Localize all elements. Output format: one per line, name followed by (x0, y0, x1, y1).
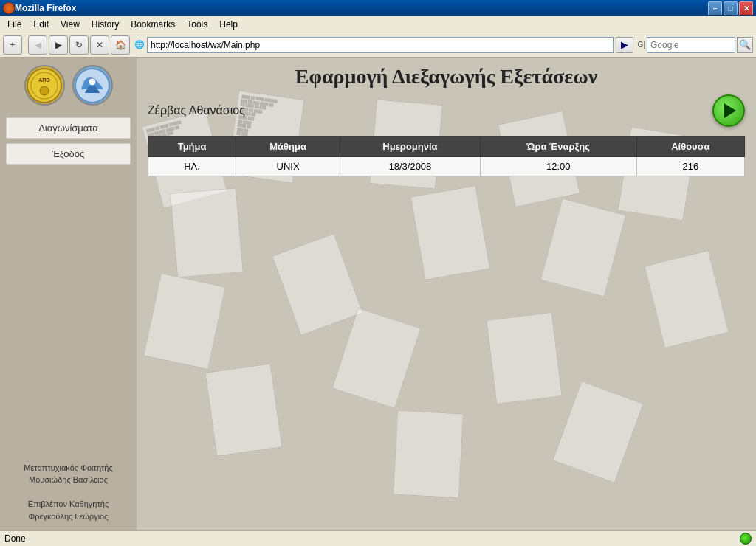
svg-point-3 (40, 86, 49, 95)
main-container: ΑΠΘ Διαγωνίσματα Έξοδος Μεταπτυχιακός Φο… (0, 58, 756, 530)
window-title: Mozilla Firefox (15, 3, 708, 13)
nav-bar: ＋ ◀ ▶ ↻ ✕ 🏠 🌐 ▶ G| 🔍 (0, 32, 756, 58)
watermark-doc-8 (331, 308, 421, 409)
watermark-doc-7 (410, 185, 491, 280)
search-input[interactable] (647, 37, 735, 53)
sidebar-item-diagwnismata[interactable]: Διαγωνίσματα (6, 117, 131, 139)
user-name: Ζέρβας Αθανάσιος (148, 104, 245, 117)
svg-point-5 (89, 78, 96, 86)
address-icon: 🌐 (134, 40, 145, 49)
search-area: G| 🔍 (638, 37, 753, 53)
sidebar-footer: Μεταπτυχιακός Φοιτητής Μουσιώδης Βασίλει… (0, 462, 137, 523)
app-title-container: Εφαρμογή Διεξαγωγής Εξετάσεων (148, 65, 745, 89)
col-wra: Ώρα Έναρξης (480, 136, 636, 157)
firefox-icon (3, 2, 15, 14)
menu-view[interactable]: View (55, 18, 86, 31)
table-cell: 216 (636, 157, 744, 176)
watermark-doc-9 (205, 363, 282, 456)
watermark-doc-14 (552, 381, 644, 483)
menu-file[interactable]: File (1, 18, 27, 31)
play-triangle-icon (724, 103, 736, 118)
footer-line3: Επιβλέπον Καθηγητής (7, 498, 129, 511)
svg-point-0 (27, 69, 61, 103)
col-mathima: Μάθημα (236, 136, 340, 157)
watermark-doc-10 (393, 410, 464, 499)
menu-help[interactable]: Help (213, 18, 244, 31)
menu-edit[interactable]: Edit (27, 18, 55, 31)
google-label: G| (638, 41, 645, 49)
status-icon (740, 533, 752, 545)
page-content: Εφαρμογή Διεξαγωγής Εξετάσεων Ζέρβας Αθα… (137, 58, 756, 184)
menu-tools[interactable]: Tools (181, 18, 213, 31)
title-bar: Mozilla Firefox – □ ✕ (0, 0, 756, 16)
user-bar: Ζέρβας Αθανάσιος (148, 94, 745, 127)
col-tmima: Τμήμα (148, 136, 236, 157)
home-button[interactable]: 🏠 (111, 35, 130, 55)
watermark-doc-3 (170, 187, 244, 277)
stop-button[interactable]: ✕ (90, 35, 109, 55)
address-bar: 🌐 ▶ (134, 37, 633, 53)
table-cell: ΗΛ. (148, 157, 236, 176)
col-aithousa: Αίθουσα (636, 136, 744, 157)
footer-line4: Φρεγκούλης Γεώργιος (7, 511, 129, 523)
footer-line2: Μουσιώδης Βασίλειος (7, 474, 129, 486)
table-cell: UNIX (236, 157, 340, 176)
exams-table: Τμήμα Μάθημα Ημερομηνία Ώρα Έναρξης Αίθο… (148, 136, 745, 176)
logo-1: ΑΠΘ (24, 65, 65, 106)
sidebar: ΑΠΘ Διαγωνίσματα Έξοδος Μεταπτυχιακός Φο… (0, 58, 137, 530)
address-input[interactable] (147, 37, 614, 53)
table-cell: 12:00 (480, 157, 636, 176)
col-hmerominia: Ημερομηνία (340, 136, 481, 157)
menu-bookmarks[interactable]: Bookmarks (125, 18, 181, 31)
watermark-doc-13 (486, 312, 562, 404)
footer-line1: Μεταπτυχιακός Φοιτητής (7, 462, 129, 474)
go-button[interactable]: ▶ (616, 37, 633, 53)
svg-text:ΑΠΘ: ΑΠΘ (38, 77, 50, 83)
search-button[interactable]: 🔍 (737, 37, 753, 53)
maximize-button[interactable]: □ (724, 1, 738, 15)
status-bar: Done (0, 530, 756, 546)
reload-button[interactable]: ↻ (69, 35, 89, 55)
new-tab-button[interactable]: ＋ (3, 35, 22, 55)
close-button[interactable]: ✕ (739, 1, 753, 15)
forward-button[interactable]: ▶ (49, 35, 68, 55)
status-text: Done (4, 533, 26, 544)
back-button[interactable]: ◀ (28, 35, 47, 55)
table-cell: 18/3/2008 (340, 157, 481, 176)
watermark-doc-12 (540, 198, 627, 297)
logo-2 (72, 65, 113, 106)
sidebar-item-exodos[interactable]: Έξοδος (6, 143, 131, 165)
table-row: ΗΛ.UNIX18/3/200812:00216 (148, 157, 745, 176)
watermark-doc-16 (644, 250, 729, 348)
watermark-doc-4 (143, 273, 226, 370)
menu-history[interactable]: History (86, 18, 125, 31)
app-title: Εφαρμογή Διεξαγωγής Εξετάσεων (148, 65, 745, 89)
menu-bar: File Edit View History Bookmarks Tools H… (0, 16, 756, 32)
logo-area: ΑΠΘ (6, 65, 131, 106)
watermark-doc-5 (272, 233, 363, 336)
minimize-button[interactable]: – (708, 1, 722, 15)
window-controls: – □ ✕ (708, 1, 753, 15)
play-button[interactable] (712, 94, 745, 127)
content-area: ████ ██ ████ █████████ ██ ███ ████ ████ … (137, 58, 756, 530)
